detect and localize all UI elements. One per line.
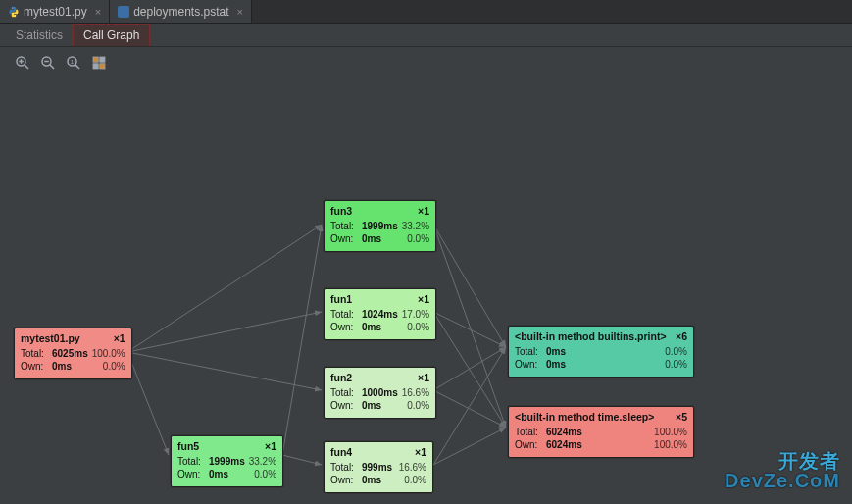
svg-line-3	[25, 65, 28, 69]
node-count: ×1	[265, 440, 276, 452]
svg-line-23	[433, 225, 506, 347]
svg-rect-13	[100, 57, 105, 62]
node-count: ×1	[418, 205, 429, 217]
profiler-subtabs: Statistics Call Graph	[0, 24, 852, 47]
file-tab-label: deployments.pstat	[133, 5, 228, 19]
pstat-icon	[118, 6, 129, 18]
zoom-reset-icon[interactable]: 1	[65, 54, 82, 76]
file-tab-bar: mytest01.py × deployments.pstat ×	[0, 0, 852, 24]
node-title: fun2	[330, 372, 352, 383]
svg-line-21	[282, 225, 322, 455]
tab-call-graph[interactable]: Call Graph	[73, 24, 150, 46]
call-graph-canvas[interactable]: mytest01.py×1 Total:6025ms100.0% Own:0ms…	[0, 82, 852, 504]
svg-line-26	[433, 312, 506, 428]
svg-line-24	[433, 225, 506, 428]
svg-rect-14	[93, 64, 98, 69]
node-title: fun5	[177, 440, 199, 452]
close-icon[interactable]: ×	[95, 6, 101, 18]
tab-statistics[interactable]: Statistics	[6, 24, 73, 46]
zoom-in-icon[interactable]	[14, 54, 31, 76]
node-fun2[interactable]: fun2×1 Total:1000ms16.6% Own:0ms0.0%	[324, 367, 436, 419]
file-tab-label: mytest01.py	[24, 5, 87, 19]
close-icon[interactable]: ×	[237, 6, 243, 18]
svg-rect-15	[100, 64, 105, 69]
node-root[interactable]: mytest01.py×1 Total:6025ms100.0% Own:0ms…	[14, 328, 132, 379]
node-count: ×1	[418, 293, 429, 305]
svg-rect-12	[93, 57, 98, 62]
file-tab-mytest01[interactable]: mytest01.py ×	[0, 0, 110, 23]
node-sleep[interactable]: <built-in method time.sleep>×5 Total:602…	[508, 406, 694, 458]
node-fun1[interactable]: fun1×1 Total:1024ms17.0% Own:0ms0.0%	[324, 288, 436, 340]
watermark: 开发者 DevZe.CoM	[725, 451, 840, 490]
node-print[interactable]: <built-in method builtins.print>×6 Total…	[508, 326, 694, 378]
node-title: fun3	[330, 205, 352, 217]
node-count: ×1	[418, 372, 429, 383]
svg-line-20	[127, 352, 322, 390]
fit-screen-icon[interactable]	[90, 54, 108, 76]
node-title: fun1	[330, 293, 352, 305]
node-title: fun4	[330, 446, 352, 458]
svg-line-19	[127, 312, 322, 352]
node-title: mytest01.py	[21, 332, 80, 344]
svg-line-27	[433, 347, 506, 390]
python-icon	[8, 6, 20, 18]
svg-line-7	[50, 65, 54, 69]
node-fun3[interactable]: fun3×1 Total:1999ms33.2% Own:0ms0.0%	[324, 200, 436, 252]
svg-line-17	[127, 225, 322, 352]
svg-line-25	[433, 312, 506, 347]
node-count: ×1	[415, 446, 426, 458]
node-count: ×1	[114, 332, 125, 344]
svg-line-10	[75, 65, 79, 69]
svg-line-18	[127, 352, 169, 455]
svg-point-0	[12, 7, 13, 8]
node-fun5[interactable]: fun5×1 Total:1999ms33.2% Own:0ms0.0%	[171, 435, 283, 487]
node-fun4[interactable]: fun4×1 Total:999ms16.6% Own:0ms0.0%	[324, 441, 433, 493]
svg-point-1	[15, 15, 16, 16]
svg-line-22	[282, 455, 322, 465]
file-tab-deployments[interactable]: deployments.pstat ×	[110, 0, 252, 23]
node-count: ×5	[676, 411, 687, 423]
svg-line-30	[433, 428, 506, 465]
node-title: <built-in method time.sleep>	[515, 411, 654, 423]
svg-text:1: 1	[71, 59, 75, 65]
node-count: ×6	[676, 330, 687, 342]
node-title: <built-in method builtins.print>	[515, 330, 667, 342]
zoom-out-icon[interactable]	[39, 54, 57, 76]
graph-toolbar: 1	[0, 47, 852, 82]
svg-line-28	[433, 390, 506, 428]
svg-line-29	[433, 347, 506, 465]
